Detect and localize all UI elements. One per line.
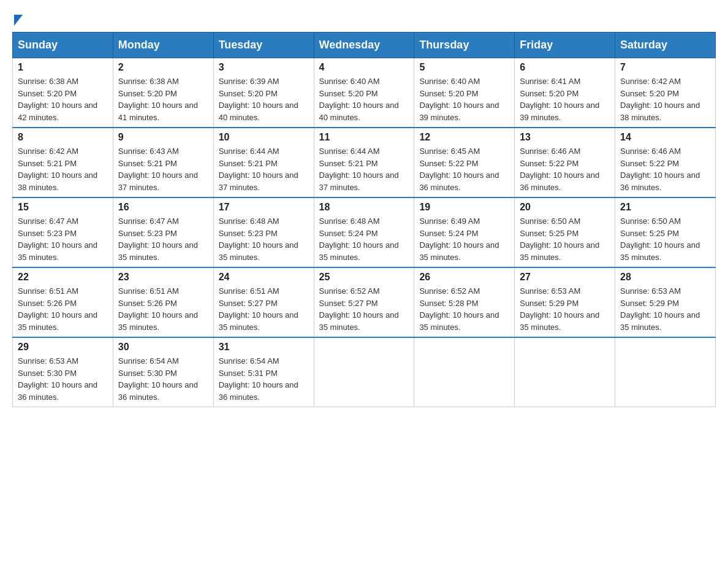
calendar-cell: 10Sunrise: 6:44 AMSunset: 5:21 PMDayligh…: [213, 128, 314, 197]
header-friday: Friday: [515, 33, 615, 58]
day-number: 17: [219, 202, 309, 213]
header-tuesday: Tuesday: [213, 33, 314, 58]
calendar-cell: 7Sunrise: 6:42 AMSunset: 5:20 PMDaylight…: [615, 58, 716, 128]
day-number: 7: [620, 62, 710, 73]
day-info: Sunrise: 6:47 AMSunset: 5:23 PMDaylight:…: [118, 215, 208, 263]
day-number: 12: [419, 132, 509, 143]
day-info: Sunrise: 6:39 AMSunset: 5:20 PMDaylight:…: [219, 75, 309, 123]
day-number: 9: [118, 132, 208, 143]
day-info: Sunrise: 6:54 AMSunset: 5:31 PMDaylight:…: [219, 355, 309, 403]
calendar-cell: [515, 337, 615, 407]
calendar-cell: 4Sunrise: 6:40 AMSunset: 5:20 PMDaylight…: [314, 58, 414, 128]
day-info: Sunrise: 6:51 AMSunset: 5:27 PMDaylight:…: [219, 285, 309, 333]
day-number: 31: [219, 342, 309, 353]
header-saturday: Saturday: [615, 33, 716, 58]
day-info: Sunrise: 6:41 AMSunset: 5:20 PMDaylight:…: [520, 75, 610, 123]
day-number: 21: [620, 202, 710, 213]
calendar-cell: 15Sunrise: 6:47 AMSunset: 5:23 PMDayligh…: [13, 197, 113, 267]
day-number: 25: [319, 272, 409, 283]
calendar-cell: 3Sunrise: 6:39 AMSunset: 5:20 PMDaylight…: [213, 58, 314, 128]
calendar-cell: 17Sunrise: 6:48 AMSunset: 5:23 PMDayligh…: [213, 197, 314, 267]
day-number: 11: [319, 132, 409, 143]
day-number: 8: [18, 132, 108, 143]
calendar-cell: 28Sunrise: 6:53 AMSunset: 5:29 PMDayligh…: [615, 267, 716, 337]
calendar-cell: 27Sunrise: 6:53 AMSunset: 5:29 PMDayligh…: [515, 267, 615, 337]
day-number: 23: [118, 272, 208, 283]
day-info: Sunrise: 6:42 AMSunset: 5:20 PMDaylight:…: [620, 75, 710, 123]
calendar-cell: 6Sunrise: 6:41 AMSunset: 5:20 PMDaylight…: [515, 58, 615, 128]
calendar-cell: 13Sunrise: 6:46 AMSunset: 5:22 PMDayligh…: [515, 128, 615, 197]
logo: [12, 12, 23, 26]
day-number: 4: [319, 62, 409, 73]
calendar-week-row: 1Sunrise: 6:38 AMSunset: 5:20 PMDaylight…: [13, 58, 716, 128]
day-number: 29: [18, 342, 108, 353]
day-number: 18: [319, 202, 409, 213]
day-number: 26: [419, 272, 509, 283]
day-number: 15: [18, 202, 108, 213]
day-info: Sunrise: 6:52 AMSunset: 5:28 PMDaylight:…: [419, 285, 509, 333]
calendar-week-row: 8Sunrise: 6:42 AMSunset: 5:21 PMDaylight…: [13, 128, 716, 197]
day-info: Sunrise: 6:38 AMSunset: 5:20 PMDaylight:…: [18, 75, 108, 123]
day-info: Sunrise: 6:47 AMSunset: 5:23 PMDaylight:…: [18, 215, 108, 263]
day-info: Sunrise: 6:38 AMSunset: 5:20 PMDaylight:…: [118, 75, 208, 123]
day-info: Sunrise: 6:45 AMSunset: 5:22 PMDaylight:…: [419, 145, 509, 193]
day-number: 22: [18, 272, 108, 283]
calendar-cell: 12Sunrise: 6:45 AMSunset: 5:22 PMDayligh…: [414, 128, 515, 197]
calendar-cell: [615, 337, 716, 407]
day-info: Sunrise: 6:51 AMSunset: 5:26 PMDaylight:…: [18, 285, 108, 333]
day-info: Sunrise: 6:46 AMSunset: 5:22 PMDaylight:…: [620, 145, 710, 193]
day-number: 24: [219, 272, 309, 283]
calendar-table: SundayMondayTuesdayWednesdayThursdayFrid…: [12, 32, 716, 407]
header-sunday: Sunday: [13, 33, 113, 58]
day-info: Sunrise: 6:43 AMSunset: 5:21 PMDaylight:…: [118, 145, 208, 193]
calendar-cell: 21Sunrise: 6:50 AMSunset: 5:25 PMDayligh…: [615, 197, 716, 267]
calendar-cell: 30Sunrise: 6:54 AMSunset: 5:30 PMDayligh…: [113, 337, 213, 407]
calendar-week-row: 15Sunrise: 6:47 AMSunset: 5:23 PMDayligh…: [13, 197, 716, 267]
calendar-header-row: SundayMondayTuesdayWednesdayThursdayFrid…: [13, 33, 716, 58]
day-number: 20: [520, 202, 610, 213]
day-info: Sunrise: 6:51 AMSunset: 5:26 PMDaylight:…: [118, 285, 208, 333]
calendar-cell: 18Sunrise: 6:48 AMSunset: 5:24 PMDayligh…: [314, 197, 414, 267]
day-number: 13: [520, 132, 610, 143]
day-info: Sunrise: 6:40 AMSunset: 5:20 PMDaylight:…: [319, 75, 409, 123]
calendar-cell: 29Sunrise: 6:53 AMSunset: 5:30 PMDayligh…: [13, 337, 113, 407]
calendar-cell: 14Sunrise: 6:46 AMSunset: 5:22 PMDayligh…: [615, 128, 716, 197]
day-number: 16: [118, 202, 208, 213]
calendar-cell: 11Sunrise: 6:44 AMSunset: 5:21 PMDayligh…: [314, 128, 414, 197]
calendar-cell: [414, 337, 515, 407]
day-info: Sunrise: 6:44 AMSunset: 5:21 PMDaylight:…: [219, 145, 309, 193]
calendar-cell: 20Sunrise: 6:50 AMSunset: 5:25 PMDayligh…: [515, 197, 615, 267]
calendar-cell: 8Sunrise: 6:42 AMSunset: 5:21 PMDaylight…: [13, 128, 113, 197]
page-header: [12, 12, 716, 26]
calendar-cell: 31Sunrise: 6:54 AMSunset: 5:31 PMDayligh…: [213, 337, 314, 407]
calendar-cell: 1Sunrise: 6:38 AMSunset: 5:20 PMDaylight…: [13, 58, 113, 128]
calendar-cell: 25Sunrise: 6:52 AMSunset: 5:27 PMDayligh…: [314, 267, 414, 337]
calendar-cell: 9Sunrise: 6:43 AMSunset: 5:21 PMDaylight…: [113, 128, 213, 197]
calendar-cell: 24Sunrise: 6:51 AMSunset: 5:27 PMDayligh…: [213, 267, 314, 337]
day-info: Sunrise: 6:49 AMSunset: 5:24 PMDaylight:…: [419, 215, 509, 263]
calendar-cell: 26Sunrise: 6:52 AMSunset: 5:28 PMDayligh…: [414, 267, 515, 337]
calendar-week-row: 22Sunrise: 6:51 AMSunset: 5:26 PMDayligh…: [13, 267, 716, 337]
day-number: 19: [419, 202, 509, 213]
day-info: Sunrise: 6:53 AMSunset: 5:29 PMDaylight:…: [620, 285, 710, 333]
calendar-cell: 16Sunrise: 6:47 AMSunset: 5:23 PMDayligh…: [113, 197, 213, 267]
day-info: Sunrise: 6:42 AMSunset: 5:21 PMDaylight:…: [18, 145, 108, 193]
calendar-cell: 23Sunrise: 6:51 AMSunset: 5:26 PMDayligh…: [113, 267, 213, 337]
calendar-cell: 22Sunrise: 6:51 AMSunset: 5:26 PMDayligh…: [13, 267, 113, 337]
day-number: 5: [419, 62, 509, 73]
day-info: Sunrise: 6:54 AMSunset: 5:30 PMDaylight:…: [118, 355, 208, 403]
calendar-cell: 19Sunrise: 6:49 AMSunset: 5:24 PMDayligh…: [414, 197, 515, 267]
day-number: 30: [118, 342, 208, 353]
day-info: Sunrise: 6:48 AMSunset: 5:23 PMDaylight:…: [219, 215, 309, 263]
day-number: 10: [219, 132, 309, 143]
calendar-cell: 2Sunrise: 6:38 AMSunset: 5:20 PMDaylight…: [113, 58, 213, 128]
day-info: Sunrise: 6:53 AMSunset: 5:30 PMDaylight:…: [18, 355, 108, 403]
day-number: 27: [520, 272, 610, 283]
day-number: 14: [620, 132, 710, 143]
day-number: 28: [620, 272, 710, 283]
header-thursday: Thursday: [414, 33, 515, 58]
day-info: Sunrise: 6:40 AMSunset: 5:20 PMDaylight:…: [419, 75, 509, 123]
calendar-cell: [314, 337, 414, 407]
day-number: 2: [118, 62, 208, 73]
day-info: Sunrise: 6:52 AMSunset: 5:27 PMDaylight:…: [319, 285, 409, 333]
